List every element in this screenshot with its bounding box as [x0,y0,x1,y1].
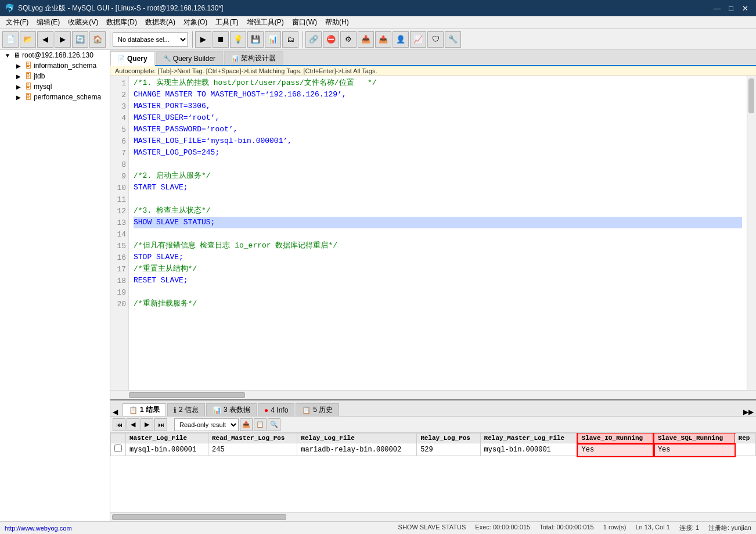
query-tab-bar: 📄 Query 🔧 Query Builder 📊 架构设计器 [110,50,756,66]
toolbar-backup[interactable]: 🛡 [427,31,444,48]
menu-help[interactable]: 帮助(H) [322,16,352,28]
maximize-button[interactable]: □ [725,3,737,13]
result-tab-2[interactable]: ℹ 2 信息 [167,403,205,416]
toolbar-forward[interactable]: ▶ [55,31,71,48]
result-toolbar-copy[interactable]: 📋 [254,418,267,431]
menu-window[interactable]: 窗口(W) [289,16,321,28]
col-header-master-log-file[interactable]: Master_Log_File [126,433,208,443]
menubar: 文件(F) 编辑(E) 收藏夹(V) 数据库(D) 数据表(A) 对象(O) 工… [0,16,756,29]
sidebar-item-information-schema[interactable]: ▶ 🗄 information_schema [12,60,110,71]
statusbar-bottom-query: SHOW SLAVE STATUS [398,524,466,532]
db-icon-mysql: 🗄 [25,83,32,91]
toolbar-disconnect[interactable]: ⛔ [323,31,339,48]
col-header-relay-log-pos[interactable]: Relay_Log_Pos [417,433,480,443]
result-tab-1[interactable]: 📋 1 结果 [123,403,166,416]
titlebar-controls[interactable]: — □ ✕ [711,3,751,13]
toolbar-execute[interactable]: ▶ [195,31,211,48]
result-hscroll-thumb[interactable] [112,514,286,520]
statusbar-exec: Exec: 00:00:00:015 [475,524,530,532]
toolbar-user[interactable]: 👤 [393,31,409,48]
line-num-9: 9 [110,170,128,182]
result-toolbar-first[interactable]: ⏮ [113,418,125,431]
result-hscroll[interactable] [110,512,756,521]
toolbar-refresh[interactable]: 🔄 [72,31,88,48]
sidebar-item-root[interactable]: ▼ 🖥 root@192.168.126.130 [0,50,110,60]
result-toolbar-export[interactable]: 📤 [240,418,253,431]
editor-area[interactable]: 1234567891011121314151617181920 /*1. 实现主… [110,76,756,390]
readonly-result-select[interactable]: Read-only result [174,418,239,431]
toolbar-back[interactable]: ◀ [37,31,53,48]
menu-table[interactable]: 数据表(A) [142,16,179,28]
toolbar-options[interactable]: ⚙ [340,31,357,48]
editor-hscroll[interactable] [110,390,756,399]
menu-edit[interactable]: 编辑(E) [33,16,63,28]
toolbar-export[interactable]: 📤 [375,31,391,48]
menu-tools[interactable]: 工具(T) [212,16,242,28]
result-tab-1-icon: 📋 [129,406,138,414]
row-checkbox[interactable] [111,443,126,456]
menu-file[interactable]: 文件(F) [2,16,32,28]
table-row: mysql-bin.000001 245 mariadb-relay-bin.0… [111,443,756,456]
result-grid[interactable]: Master_Log_File Read_Master_Log_Pos Rela… [110,433,756,512]
result-tab-3[interactable]: 📊 3 表数据 [206,403,257,416]
tab-query[interactable]: 📄 Query [110,51,155,66]
toolbar-open[interactable]: 📂 [20,31,36,48]
tab-schema-designer[interactable]: 📊 架构设计器 [224,51,283,65]
database-selector[interactable]: No database sel... [113,33,188,46]
row-checkbox-input[interactable] [114,445,122,452]
toolbar-restore[interactable]: 🔧 [445,31,461,48]
sidebar-item-performance-schema[interactable]: ▶ 🗄 performance_schema [12,92,110,102]
toolbar-table[interactable]: 📊 [265,31,281,48]
code-line-2: CHANGE MASTER TO MASTER_HOST=‘192.168.12… [134,89,742,101]
sidebar-item-mysql[interactable]: ▶ 🗄 mysql [12,81,110,92]
toolbar-home[interactable]: 🏠 [89,31,106,48]
toolbar-save[interactable]: 💾 [247,31,264,48]
col-header-slave-sql-running[interactable]: Slave_SQL_Running [654,433,735,443]
line-num-20: 20 [110,298,128,310]
sidebar-item-jtdb[interactable]: ▶ 🗄 jtdb [12,71,110,81]
result-toolbar-prev[interactable]: ◀ [127,418,139,431]
result-tab-nav-right[interactable]: ▶▶ [743,408,756,416]
autocomplete-text: Autocomplete: [Tab]->Next Tag. [Ctrl+Spa… [115,67,377,74]
toolbar-import[interactable]: 📥 [358,31,374,48]
col-header-relay-log-file[interactable]: Relay_Log_File [297,433,417,443]
editor-hscroll-thumb[interactable] [129,392,245,398]
col-header-rep[interactable]: Rep [735,433,755,443]
col-header-slave-io-running[interactable]: Slave_IO_Running [578,433,654,443]
col-header-read-master-log-pos[interactable]: Read_Master_Log_Pos [208,433,297,443]
toolbar-schema[interactable]: 🗂 [282,31,298,48]
code-line-8 [134,159,742,170]
menu-database[interactable]: 数据库(D) [103,16,141,28]
tab-schema-icon: 📊 [232,55,239,62]
close-button[interactable]: ✕ [739,3,751,13]
toolbar-monitor[interactable]: 📈 [410,31,426,48]
line-num-14: 14 [110,228,128,240]
toolbar-new[interactable]: 📄 [2,31,19,48]
result-tab-5[interactable]: 📋 5 历史 [296,403,339,416]
result-toolbar-next[interactable]: ▶ [141,418,153,431]
result-toolbar-search[interactable]: 🔍 [268,418,280,431]
toolbar-connect[interactable]: 🔗 [305,31,322,48]
toolbar-stop[interactable]: ⏹ [213,31,229,48]
code-editor[interactable]: /*1. 实现主从的挂载 host/port/user/pass/文件名称/位置… [129,76,747,390]
result-tab-nav-prev[interactable]: ◀ [110,408,120,416]
cell-read-master-log-pos: 245 [208,443,297,456]
col-header-relay-master-log-file[interactable]: Relay_Master_Log_File [480,433,578,443]
statusbar-url[interactable]: http://www.webyog.com [5,525,72,532]
statusbar-rows: 1 row(s) [603,524,627,532]
minimize-button[interactable]: — [711,3,723,13]
code-line-20: /*重新挂载服务*/ [134,298,742,310]
result-tab-4[interactable]: ● 4 Info [258,403,294,416]
menu-object[interactable]: 对象(O) [180,16,211,28]
code-line-9: /*2. 启动主从服务*/ [134,170,742,182]
menu-enhanced-tools[interactable]: 增强工具(P) [243,16,287,28]
tab-query-builder[interactable]: 🔧 Query Builder [156,51,223,65]
toolbar: 📄 📂 ◀ ▶ 🔄 🏠 No database sel... ▶ ⏹ 💡 💾 📊… [0,29,756,50]
toolbar-explain[interactable]: 💡 [230,31,246,48]
result-tab-2-icon: ℹ [174,406,177,414]
editor-vscrollbar[interactable] [747,76,756,390]
result-tab-3-label: 3 表数据 [224,405,250,415]
menu-favorites[interactable]: 收藏夹(V) [64,16,102,28]
line-num-4: 4 [110,112,128,124]
result-toolbar-last[interactable]: ⏭ [154,418,167,431]
